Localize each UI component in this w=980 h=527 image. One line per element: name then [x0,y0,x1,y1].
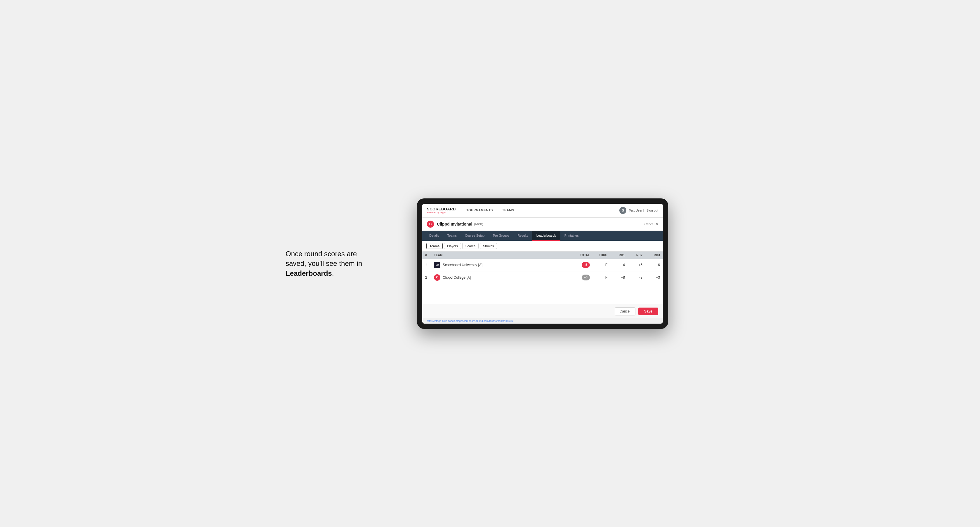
tournament-header: C Clippd Invitational (Men) Cancel ✕ [422,218,663,231]
tournament-icon: C [427,221,434,228]
nav-tab-tournaments[interactable]: TOURNAMENTS [462,204,498,217]
nav-tabs: TOURNAMENTS TEAMS [462,204,519,217]
total-1: -5 [570,259,593,271]
leaderboards-highlight: Leaderboards [286,269,332,277]
nav-right: S Test User | Sign out [619,207,658,214]
logo-sub: Powered by clippd [427,211,456,214]
logo-text: SCOREBOARD [427,207,456,211]
score-badge-2: +3 [582,275,590,281]
page-footer: Cancel Save [422,304,663,318]
user-avatar: S [619,207,626,214]
table-body: 1 SB Scoreboard University [A] [422,259,663,284]
table-row: 2 C Clippd College [A] [422,271,663,284]
col-total: TOTAL [570,252,593,259]
thru-1: F [593,259,610,271]
sign-out-link[interactable]: Sign out [646,209,658,212]
col-team: TEAM [431,252,570,259]
col-rd3: RD3 [645,252,663,259]
sub-nav-details[interactable]: Details [425,231,443,241]
top-nav: SCOREBOARD Powered by clippd TOURNAMENTS… [422,204,663,218]
team-logo-1: SB [434,262,441,268]
tournament-gender: (Men) [474,222,483,226]
filter-bar: Teams Players Scores Strokes [422,241,663,252]
table-row: 1 SB Scoreboard University [A] [422,259,663,271]
period: . [332,269,334,277]
sub-nav-teams[interactable]: Teams [443,231,461,241]
logo-area: SCOREBOARD Powered by clippd [427,207,456,214]
thru-2: F [593,271,610,284]
rank-1: 1 [422,259,431,271]
rank-2: 2 [422,271,431,284]
device-wrapper: SCOREBOARD Powered by clippd TOURNAMENTS… [391,198,694,329]
sub-nav-leaderboards[interactable]: Leaderboards [532,231,560,241]
col-thru: THRU [593,252,610,259]
rd2-1: +5 [628,259,645,271]
leaderboard-table: # TEAM TOTAL THRU RD1 RD2 RD3 [422,252,663,284]
rd1-2: +8 [610,271,628,284]
team-cell-2: C Clippd College [A] [431,271,570,284]
save-button[interactable]: Save [638,308,658,315]
sub-nav-printables[interactable]: Printables [560,231,583,241]
rd1-1: -4 [610,259,628,271]
cancel-button-footer[interactable]: Cancel [615,307,635,316]
status-url: https://stage-blue-coach.stagescoreboard… [427,319,513,322]
team-logo-2: C [434,274,441,281]
team-name-1: Scoreboard University [A] [443,263,482,267]
col-rd2: RD2 [628,252,645,259]
filter-strokes-button[interactable]: Strokes [480,243,497,249]
rd3-2: +3 [645,271,663,284]
status-bar: https://stage-blue-coach.stagescoreboard… [422,318,663,324]
team-cell-1: SB Scoreboard University [A] [431,259,570,271]
filter-teams-button[interactable]: Teams [426,243,443,249]
team-name-2: Clippd College [A] [443,275,471,279]
cancel-button-top[interactable]: Cancel ✕ [644,222,658,226]
col-rank: # [422,252,431,259]
sub-nav: Details Teams Course Setup Tee Groups Re… [422,231,663,241]
score-badge-1: -5 [582,262,590,268]
sub-nav-course-setup[interactable]: Course Setup [461,231,488,241]
rd3-1: -6 [645,259,663,271]
tablet: SCOREBOARD Powered by clippd TOURNAMENTS… [417,198,668,329]
tablet-screen: SCOREBOARD Powered by clippd TOURNAMENTS… [422,204,663,324]
col-rd1: RD1 [610,252,628,259]
table-header: # TEAM TOTAL THRU RD1 RD2 RD3 [422,252,663,259]
tournament-name: Clippd Invitational [437,222,472,227]
total-2: +3 [570,271,593,284]
filter-players-button[interactable]: Players [444,243,461,249]
rd2-2: -8 [628,271,645,284]
content-area: # TEAM TOTAL THRU RD1 RD2 RD3 [422,252,663,304]
nav-tab-teams[interactable]: TEAMS [498,204,519,217]
sub-nav-tee-groups[interactable]: Tee Groups [488,231,513,241]
sidebar-annotation: Once round scores are saved, you'll see … [286,249,373,278]
user-name: Test User | [629,209,644,212]
sub-nav-results[interactable]: Results [513,231,532,241]
page-wrapper: Once round scores are saved, you'll see … [286,198,694,329]
filter-scores-button[interactable]: Scores [462,243,479,249]
